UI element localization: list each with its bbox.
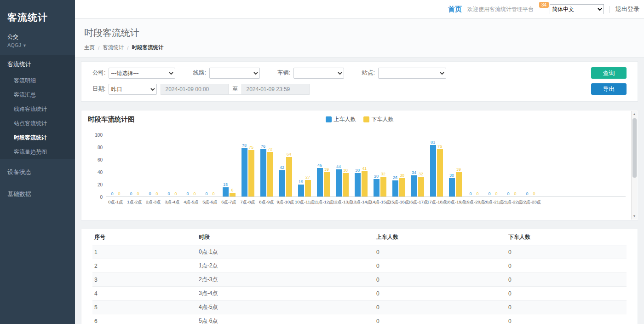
legend-label: 上车人数 <box>334 116 356 123</box>
bar-boarding[interactable] <box>411 175 417 197</box>
bar-column-alighting: 0 <box>135 192 141 197</box>
sidebar-item-basic-data[interactable]: 基础数据 <box>0 185 75 203</box>
breadcrumb-passenger-stats[interactable]: 客流统计 <box>103 44 124 51</box>
sidebar-item-passenger-stats[interactable]: 客流统计 <box>0 55 75 74</box>
x-axis-label: 14点-15点 <box>370 199 389 205</box>
legend-item-alighting[interactable]: 下车人数 <box>363 116 394 123</box>
x-axis-label: 7点-8点 <box>238 199 257 205</box>
bar-value-label: 76 <box>437 145 442 149</box>
hourly-table: 序号时段上车人数下车人数 10点-1点0021点-2点0032点-3点0043点… <box>92 229 627 324</box>
x-axis-label: 13点-14点 <box>351 199 370 205</box>
breadcrumb-home[interactable]: 主页 <box>84 44 95 51</box>
table-cell: 0 <box>374 245 506 259</box>
bar-boarding[interactable] <box>374 179 380 197</box>
bar-alighting[interactable] <box>305 180 311 197</box>
bar-alighting[interactable] <box>248 150 254 197</box>
bar-group: 4438 <box>333 165 351 197</box>
table-cell: 0 <box>506 259 627 273</box>
scrollbar-track[interactable] <box>632 117 637 213</box>
bar-alighting[interactable] <box>267 152 273 197</box>
bar-alighting[interactable] <box>437 149 443 197</box>
bar-alighting[interactable] <box>230 193 236 197</box>
vehicle-select[interactable] <box>293 68 344 79</box>
station-select[interactable] <box>378 68 446 79</box>
table-cell: 0 <box>506 273 627 287</box>
company-select[interactable]: ---请选择--- <box>109 68 175 79</box>
bar-value-label: 39 <box>324 168 329 172</box>
chart-scrollbar[interactable]: ▲ ▼ <box>631 111 637 220</box>
bar-boarding[interactable] <box>279 170 285 197</box>
bar-boarding[interactable] <box>449 178 455 197</box>
nav-group-passenger-stats: 客流统计 客流明细客流汇总线路客流统计站点客流统计时段客流统计客流量趋势图 <box>0 55 75 159</box>
x-axis-label: 0点-1点 <box>106 199 125 205</box>
bar-boarding[interactable] <box>317 168 323 197</box>
bar-value-label: 76 <box>261 145 265 149</box>
sidebar-subitem-4[interactable]: 时段客流统计 <box>0 131 75 145</box>
bar-group: 7672 <box>257 145 276 197</box>
bar-value-label: 41 <box>362 167 367 171</box>
sidebar-subitem-3[interactable]: 站点客流统计 <box>0 116 75 131</box>
bar-boarding[interactable] <box>355 173 361 197</box>
date-preset-select[interactable]: 昨日 <box>109 84 157 95</box>
bar-column-boarding: 0 <box>524 192 530 197</box>
scrollbar-thumb[interactable] <box>632 118 637 178</box>
bar-boarding[interactable] <box>298 185 304 197</box>
bar-alighting[interactable] <box>343 173 349 197</box>
bar-boarding[interactable] <box>242 148 247 197</box>
table-cell: 4 <box>92 287 197 301</box>
bar-boarding[interactable] <box>223 187 229 197</box>
org-selector[interactable]: AQGJ▼ <box>0 41 75 55</box>
legend-item-boarding[interactable]: 上车人数 <box>326 116 356 123</box>
x-axis-label: 8点-9点 <box>257 199 276 205</box>
bar-boarding[interactable] <box>260 149 266 197</box>
x-axis-label: 9点-10点 <box>276 199 295 205</box>
bar-boarding[interactable] <box>430 145 436 197</box>
date-filter: 日期: 昨日 <box>92 84 157 95</box>
bar-group: 4639 <box>314 163 333 197</box>
export-button[interactable]: 导出 <box>591 83 627 95</box>
bar-alighting[interactable] <box>324 172 330 197</box>
bar-column-alighting: 76 <box>437 145 443 197</box>
bar-boarding[interactable] <box>392 180 398 197</box>
query-button[interactable]: 查询 <box>591 67 627 79</box>
bar-value-label: 0 <box>212 192 214 196</box>
bar-boarding[interactable] <box>336 169 342 197</box>
bar-alighting[interactable] <box>380 177 386 197</box>
bar-column-boarding: 28 <box>374 174 380 197</box>
bar-group: 1927 <box>295 175 314 197</box>
table-cell: 5 <box>92 301 197 314</box>
bar-value-label: 32 <box>419 172 423 176</box>
sidebar-subitem-2[interactable]: 线路客流统计 <box>0 102 75 116</box>
bar-alighting[interactable] <box>418 177 424 197</box>
bar-alighting[interactable] <box>399 178 405 197</box>
x-axis-label: 22点-23点 <box>521 199 540 205</box>
sidebar-subitem-1[interactable]: 客流汇总 <box>0 88 75 102</box>
bar-group: 00 <box>125 192 144 197</box>
chart-legend: 上车人数下车人数 <box>326 116 394 123</box>
date-start-input[interactable] <box>161 84 229 95</box>
line-select[interactable] <box>209 68 260 79</box>
x-axis-label: 1点-2点 <box>125 199 144 205</box>
bar-value-label: 0 <box>149 192 151 196</box>
bar-column-alighting: 39 <box>324 168 330 197</box>
scroll-up-icon[interactable]: ▲ <box>633 111 636 117</box>
date-end-input[interactable] <box>242 84 310 95</box>
chart-plot: 0000000000001567875767242641927463944383… <box>106 135 626 205</box>
table-body: 10点-1点0021点-2点0032点-3点0043点-4点0054点-5点00… <box>92 245 627 324</box>
language-select[interactable]: 简体中文 <box>550 4 604 14</box>
home-link[interactable]: 首页 <box>448 5 462 14</box>
bar-value-label: 15 <box>223 183 228 187</box>
logout-link[interactable]: 退出登录 <box>615 5 639 13</box>
bar-alighting[interactable] <box>456 172 462 197</box>
sidebar-subitem-0[interactable]: 客流明细 <box>0 74 75 88</box>
notification-badge[interactable]: 34 <box>539 2 549 8</box>
bar-group: 00 <box>483 192 502 197</box>
scroll-down-icon[interactable]: ▼ <box>633 213 636 220</box>
sidebar-subitem-5[interactable]: 客流量趋势图 <box>0 145 75 159</box>
bar-alighting[interactable] <box>362 171 368 197</box>
bar-column-alighting: 27 <box>305 175 311 197</box>
bar-value-label: 75 <box>249 145 253 150</box>
app-root: 客流统计 公交 AQGJ▼ 客流统计 客流明细客流汇总线路客流统计站点客流统计时… <box>0 0 644 324</box>
sidebar-item-device-status[interactable]: 设备状态 <box>0 163 75 181</box>
bar-alighting[interactable] <box>286 157 292 197</box>
